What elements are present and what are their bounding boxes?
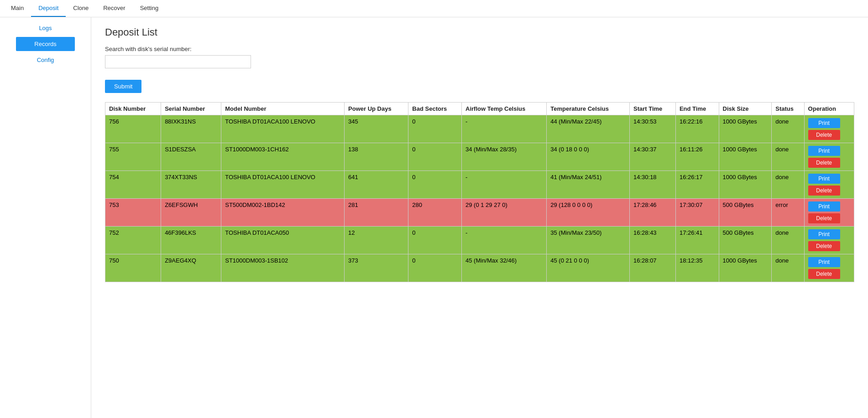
delete-button-row2[interactable]: Delete xyxy=(808,186,840,196)
print-button-row3[interactable]: Print xyxy=(808,201,840,212)
delete-button-row0[interactable]: Delete xyxy=(808,130,840,140)
delete-button-row1[interactable]: Delete xyxy=(808,158,840,168)
cell-row5-operation: PrintDelete xyxy=(804,254,854,282)
cell-row2-col10: done xyxy=(772,171,804,199)
delete-button-row3[interactable]: Delete xyxy=(808,213,840,223)
cell-row2-col2: TOSHIBA DT01ACA100 LENOVO xyxy=(221,171,345,199)
search-input[interactable] xyxy=(105,55,251,68)
cell-row1-col2: ST1000DM003-1CH162 xyxy=(221,143,345,171)
cell-row2-col9: 1000 GBytes xyxy=(719,171,772,199)
col-header-model-number: Model Number xyxy=(221,103,345,115)
cell-row4-col1: 46F396LKS xyxy=(161,227,221,254)
cell-row4-col7: 16:28:43 xyxy=(630,227,676,254)
col-header-disk-number: Disk Number xyxy=(105,103,161,115)
cell-row0-col3: 345 xyxy=(345,115,408,143)
cell-row5-col4: 0 xyxy=(408,254,462,282)
cell-row0-col1: 88IXK31NS xyxy=(161,115,221,143)
cell-row3-col1: Z6EFSGWH xyxy=(161,199,221,227)
col-header-bad-sectors: Bad Sectors xyxy=(408,103,462,115)
cell-row1-col3: 138 xyxy=(345,143,408,171)
table-row: 754374XT33NSTOSHIBA DT01ACA100 LENOVO641… xyxy=(105,171,854,199)
nav-deposit[interactable]: Deposit xyxy=(31,0,66,17)
col-header-serial-number: Serial Number xyxy=(161,103,221,115)
cell-row2-col8: 16:26:17 xyxy=(675,171,719,199)
cell-row5-col8: 18:12:35 xyxy=(675,254,719,282)
cell-row0-col2: TOSHIBA DT01ACA100 LENOVO xyxy=(221,115,345,143)
cell-row4-col8: 17:26:41 xyxy=(675,227,719,254)
cell-row2-col1: 374XT33NS xyxy=(161,171,221,199)
cell-row2-operation: PrintDelete xyxy=(804,171,854,199)
cell-row5-col6: 45 (0 21 0 0 0) xyxy=(547,254,630,282)
cell-row0-col8: 16:22:16 xyxy=(675,115,719,143)
print-button-row5[interactable]: Print xyxy=(808,257,840,267)
cell-row0-operation: PrintDelete xyxy=(804,115,854,143)
cell-row2-col0: 754 xyxy=(105,171,161,199)
table-row: 750Z9AEG4XQST1000DM003-1SB102373045 (Min… xyxy=(105,254,854,282)
nav-recover[interactable]: Recover xyxy=(96,0,132,17)
cell-row4-col4: 0 xyxy=(408,227,462,254)
cell-row1-col7: 14:30:37 xyxy=(630,143,676,171)
cell-row2-col7: 14:30:18 xyxy=(630,171,676,199)
table-row: 75688IXK31NSTOSHIBA DT01ACA100 LENOVO345… xyxy=(105,115,854,143)
nav-main[interactable]: Main xyxy=(4,0,31,17)
cell-row4-col3: 12 xyxy=(345,227,408,254)
cell-row2-col4: 0 xyxy=(408,171,462,199)
cell-row0-col9: 1000 GBytes xyxy=(719,115,772,143)
print-button-row2[interactable]: Print xyxy=(808,174,840,184)
sidebar-item-records[interactable]: Records xyxy=(16,37,74,51)
sidebar-item-config[interactable]: Config xyxy=(33,55,58,65)
col-header-operation: Operation xyxy=(804,103,854,115)
cell-row3-col4: 280 xyxy=(408,199,462,227)
col-header-disk-size: Disk Size xyxy=(719,103,772,115)
cell-row3-col5: 29 (0 1 29 27 0) xyxy=(462,199,547,227)
cell-row0-col4: 0 xyxy=(408,115,462,143)
print-button-row4[interactable]: Print xyxy=(808,229,840,239)
cell-row3-col9: 500 GBytes xyxy=(719,199,772,227)
cell-row1-col10: done xyxy=(772,143,804,171)
cell-row0-col0: 756 xyxy=(105,115,161,143)
delete-button-row4[interactable]: Delete xyxy=(808,241,840,251)
cell-row4-col9: 500 GBytes xyxy=(719,227,772,254)
cell-row4-col5: - xyxy=(462,227,547,254)
print-button-row0[interactable]: Print xyxy=(808,118,840,128)
nav-setting[interactable]: Setting xyxy=(133,0,166,17)
col-header-temperature: Temperature Celsius xyxy=(547,103,630,115)
sidebar-item-logs[interactable]: Logs xyxy=(35,23,55,33)
cell-row4-col0: 752 xyxy=(105,227,161,254)
table-row: 75246F396LKSTOSHIBA DT01ACA050120-35 (Mi… xyxy=(105,227,854,254)
cell-row3-col3: 281 xyxy=(345,199,408,227)
col-header-end-time: End Time xyxy=(675,103,719,115)
cell-row1-col4: 0 xyxy=(408,143,462,171)
cell-row4-col10: done xyxy=(772,227,804,254)
cell-row4-col2: TOSHIBA DT01ACA050 xyxy=(221,227,345,254)
submit-button[interactable]: Submit xyxy=(105,80,141,93)
delete-button-row5[interactable]: Delete xyxy=(808,269,840,279)
cell-row5-col1: Z9AEG4XQ xyxy=(161,254,221,282)
cell-row5-col10: done xyxy=(772,254,804,282)
page-title: Deposit List xyxy=(105,26,854,38)
col-header-status: Status xyxy=(772,103,804,115)
cell-row5-col2: ST1000DM003-1SB102 xyxy=(221,254,345,282)
cell-row1-col1: S1DESZSA xyxy=(161,143,221,171)
cell-row1-col6: 34 (0 18 0 0 0) xyxy=(547,143,630,171)
cell-row0-col6: 44 (Min/Max 22/45) xyxy=(547,115,630,143)
search-label: Search with disk's serial number: xyxy=(105,46,854,52)
cell-row1-operation: PrintDelete xyxy=(804,143,854,171)
sidebar: Logs Records Config xyxy=(0,17,91,418)
print-button-row1[interactable]: Print xyxy=(808,146,840,156)
col-header-airflow-temp: Airflow Temp Celsius xyxy=(462,103,547,115)
cell-row5-col7: 16:28:07 xyxy=(630,254,676,282)
cell-row1-col5: 34 (Min/Max 28/35) xyxy=(462,143,547,171)
cell-row3-col8: 17:30:07 xyxy=(675,199,719,227)
cell-row2-col6: 41 (Min/Max 24/51) xyxy=(547,171,630,199)
cell-row3-col2: ST500DM002-1BD142 xyxy=(221,199,345,227)
cell-row3-col6: 29 (128 0 0 0 0) xyxy=(547,199,630,227)
cell-row2-col5: - xyxy=(462,171,547,199)
cell-row3-col0: 753 xyxy=(105,199,161,227)
cell-row5-col3: 373 xyxy=(345,254,408,282)
nav-clone[interactable]: Clone xyxy=(66,0,96,17)
deposit-table: Disk Number Serial Number Model Number P… xyxy=(105,102,854,282)
main-content: Deposit List Search with disk's serial n… xyxy=(91,17,868,418)
cell-row5-col0: 750 xyxy=(105,254,161,282)
cell-row1-col8: 16:11:26 xyxy=(675,143,719,171)
